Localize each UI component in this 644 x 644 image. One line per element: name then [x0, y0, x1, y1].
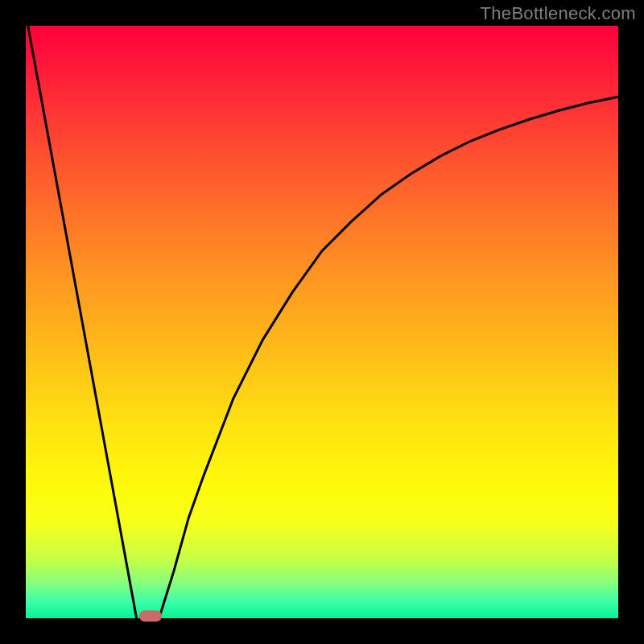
curve-path	[26, 26, 618, 618]
curve-svg	[26, 26, 618, 618]
watermark-text: TheBottleneck.com	[481, 3, 636, 24]
chart-frame: TheBottleneck.com	[0, 0, 644, 644]
bottleneck-marker	[139, 610, 162, 621]
